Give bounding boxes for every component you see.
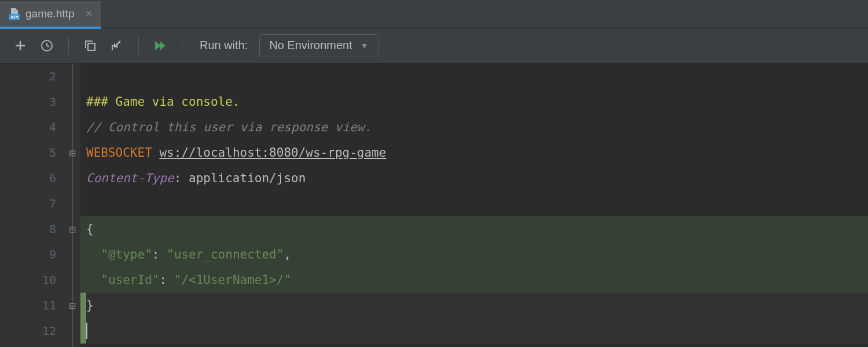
code-area[interactable]: ### Game via console. // Control this us… bbox=[80, 64, 868, 347]
line-number: 12 bbox=[0, 318, 67, 344]
code-line: Content-Type: application/json bbox=[80, 165, 868, 191]
code-line-caret bbox=[80, 318, 868, 344]
fold-strip: ⊟ ⊟ ⊟ bbox=[67, 64, 80, 347]
code-line: WEBSOCKET ws://localhost:8080/ws-rpg-gam… bbox=[80, 140, 868, 165]
run-with-label: Run with: bbox=[200, 39, 248, 52]
environment-dropdown[interactable]: No Environment ▼ bbox=[259, 34, 378, 57]
close-icon[interactable]: ✕ bbox=[85, 8, 93, 19]
line-number: 6 bbox=[0, 165, 67, 191]
separator bbox=[138, 37, 139, 54]
environment-value: No Environment bbox=[269, 39, 352, 52]
editor: 2 3 4 5 6 7 8 9 10 11 12 ⊟ ⊟ ⊟ ### Game … bbox=[0, 64, 868, 347]
line-number: 8 bbox=[0, 216, 67, 242]
code-line bbox=[80, 191, 868, 216]
fold-icon[interactable]: ⊟ bbox=[69, 149, 76, 157]
line-number: 3 bbox=[0, 89, 67, 115]
code-line: ### Game via console. bbox=[80, 89, 868, 115]
code-line: // Control this user via response view. bbox=[80, 115, 868, 140]
line-number: 5 bbox=[0, 140, 67, 165]
fold-icon[interactable]: ⊟ bbox=[69, 226, 76, 233]
code-line: "userId": "/<1UserName1>/" bbox=[80, 267, 868, 293]
api-file-icon: API bbox=[8, 8, 21, 20]
line-number: 7 bbox=[0, 191, 67, 216]
code-line: { bbox=[80, 216, 868, 242]
line-number-gutter: 2 3 4 5 6 7 8 9 10 11 12 bbox=[0, 64, 67, 347]
fold-icon[interactable]: ⊟ bbox=[69, 302, 76, 309]
line-number: 2 bbox=[0, 64, 67, 89]
separator bbox=[182, 37, 182, 54]
import-icon[interactable] bbox=[109, 38, 124, 53]
tab-game-http[interactable]: API game.http ✕ bbox=[0, 1, 101, 27]
add-icon[interactable] bbox=[13, 38, 28, 53]
line-number: 9 bbox=[0, 242, 67, 267]
tab-bar: API game.http ✕ bbox=[0, 0, 868, 28]
copy-icon[interactable] bbox=[83, 38, 98, 53]
svg-rect-5 bbox=[88, 43, 95, 50]
svg-text:API: API bbox=[10, 14, 18, 20]
toolbar: Run with: No Environment ▼ bbox=[0, 28, 868, 64]
history-icon[interactable] bbox=[39, 38, 54, 53]
text-caret bbox=[86, 323, 87, 339]
code-line: "@type": "user_connected", bbox=[80, 242, 868, 267]
line-number: 10 bbox=[0, 267, 67, 293]
code-line: } bbox=[80, 293, 868, 318]
run-all-icon[interactable] bbox=[153, 38, 168, 53]
line-number: 11 bbox=[0, 293, 67, 318]
line-number: 4 bbox=[0, 115, 67, 140]
tab-filename: game.http bbox=[25, 8, 75, 20]
chevron-down-icon: ▼ bbox=[361, 41, 369, 50]
separator bbox=[68, 37, 69, 54]
code-line bbox=[80, 64, 868, 89]
